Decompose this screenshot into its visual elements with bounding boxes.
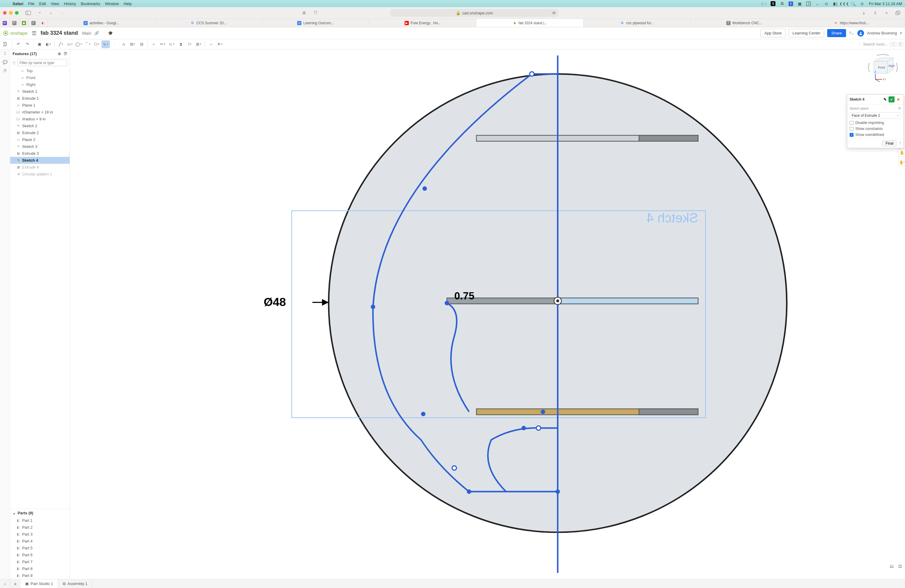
part-item[interactable]: ◧Part 7 [10,558,70,565]
user-menu-caret[interactable]: ▾ [900,31,902,35]
tracker-shield-icon[interactable]: ⛉ [311,9,320,16]
menu-help[interactable]: Help [124,2,132,6]
browser-tab[interactable]: GCCS Summer 20... [155,19,262,27]
use-project-tool[interactable]: ⧉ [129,40,137,48]
display-mode-icon[interactable]: 🗂 [889,563,894,569]
rollback-icon[interactable]: ⊕ [58,51,61,56]
tab-group-menu[interactable] [35,9,44,16]
confirm-button[interactable]: ✓ [889,96,894,102]
hide-show-tool[interactable]: ▣ [35,40,44,48]
undo-button[interactable]: ↶ [14,40,22,48]
status-icon[interactable]: K [789,2,793,6]
part-item[interactable]: ◧Part 3 [10,531,70,538]
status-icon[interactable]: ⟊⟋ [762,1,767,6]
address-bar[interactable]: 🔒 cad.onshape.com ⟳ [391,9,558,17]
browser-tab-active[interactable]: ◆fab 3324 stand |... [476,19,584,27]
link-icon[interactable]: 🔗 [94,31,99,35]
line-tool[interactable]: ╱ [57,40,65,48]
feature-item[interactable]: ▱Front [10,74,70,81]
menu-edit[interactable]: Edit [39,2,46,6]
window-close-button[interactable] [3,11,6,15]
window-maximize-button[interactable] [15,11,19,15]
polygon-tool[interactable]: ⬠ [92,40,101,48]
linear-dimension[interactable]: 0.75 [454,290,474,302]
offset-tool[interactable]: ⊂ [168,40,176,48]
wifi-icon[interactable]: ❨❨❨ [842,1,847,6]
mass-props-icon[interactable]: ⚖ [898,563,902,569]
part-item[interactable]: ◧Part 2 [10,524,70,531]
menu-file[interactable]: File [28,2,35,6]
part-item[interactable]: ◧Part 4 [10,538,70,545]
control-center-icon[interactable]: ⎚ [860,1,865,6]
cancel-button[interactable]: ✕ [895,96,901,102]
feature-item[interactable]: ✎Sketch 4 [10,157,70,164]
feature-item[interactable]: ▦Extrude 4 [10,164,70,171]
workspace-label[interactable]: Main [82,31,91,36]
feature-item[interactable]: ▦Extrude 2 [10,129,70,136]
comments-icon[interactable]: 💬 [3,60,8,64]
learning-center-button[interactable]: Learning Center [789,29,824,37]
section-view-tool[interactable]: ◐ [44,40,53,48]
construction-toggle[interactable]: ⊟ [137,40,146,48]
privacy-shield-icon[interactable]: ⛨ [300,9,308,16]
sketch-plane-value[interactable]: Face of Extrude 2 × [849,112,901,119]
sketch-dialog[interactable]: Sketch 4 ✎ ✓ ✕ Sketch plane ⟳ Face of Ex… [847,94,904,148]
diameter-dimension[interactable]: Ø48 [264,295,286,308]
pinned-tab[interactable]: ◆ [19,19,29,27]
show-overdefined-checkbox[interactable]: ✓Show overdefined [849,133,901,137]
feature-item[interactable]: (𝑥)#radius = 9 in [10,116,70,122]
app-store-button[interactable]: App Store [761,29,786,37]
pinned-tab[interactable]: ◐ [38,19,48,27]
doc-menu-button[interactable]: ☰ [30,30,38,37]
onshape-logo[interactable]: onshape [3,30,27,36]
part-item[interactable]: ◧Part 6 [10,551,70,558]
text-tool[interactable]: A [119,40,128,48]
help-icon[interactable]: ? [899,141,901,146]
calendar-icon[interactable]: 3 [806,2,811,6]
redo-button[interactable]: ↷ [23,40,32,48]
dimension-tool[interactable]: ↔ [207,40,215,48]
final-button[interactable]: Final [882,140,897,146]
add-tab-button[interactable]: ＋ [10,579,21,588]
circle-tool[interactable]: ◯ [75,40,83,48]
filter-icon[interactable]: ▽ [13,61,16,65]
pinned-tab[interactable]: P [10,19,19,27]
tab-assembly[interactable]: ⧉ Assembly 1 [58,579,92,588]
parts-header[interactable]: ⌄ Parts (9) [10,509,70,517]
feature-item[interactable]: ▱Top [10,67,70,74]
active-app-name[interactable]: Safari [13,2,23,6]
browser-tab[interactable]: TWorkbench CNC... [691,19,798,27]
document-title[interactable]: fab 3324 stand [41,30,78,36]
nav-back-button[interactable]: ‹ [47,9,55,16]
model-canvas[interactable]: Sketch 4 [70,49,905,579]
sidebar-toggle-button[interactable] [24,9,32,16]
stopwatch-icon[interactable]: ⏱ [64,51,67,56]
feature-item[interactable]: ▱Plane 1 [10,102,70,109]
history-icon[interactable]: ⟳ [898,106,901,110]
feature-item[interactable]: ✎Sketch 3 [10,143,70,150]
new-tab-button[interactable]: ＋ [882,9,891,16]
mirror-tool[interactable]: ⧗ [176,40,185,48]
menu-window[interactable]: Window [105,2,119,6]
part-item[interactable]: ◧Part 5 [10,545,70,551]
feature-item[interactable]: ▦Extrude 3 [10,150,70,157]
bluetooth-icon[interactable]: ⌵ [815,1,820,6]
play-icon[interactable]: ⊙ [824,1,829,6]
part-item[interactable]: ◧Part 8 [10,565,70,572]
status-icon[interactable]: 5 [771,1,775,6]
part-item[interactable]: ◧Part 9 [10,572,70,579]
image-tool[interactable]: ⊞ [195,40,203,48]
feature-item[interactable]: ⊛Circular pattern 1 [10,171,70,178]
pinned-tab[interactable]: W [0,19,10,27]
user-name[interactable]: Andrew Bruening [867,31,897,35]
downloads-button[interactable]: ⤓ [859,9,868,16]
share-button[interactable]: ⇪ [871,9,879,16]
feature-item[interactable]: ✎Sketch 1 [10,88,70,95]
menu-history[interactable]: History [64,2,76,6]
spline-tool[interactable]: ∿ [102,40,110,48]
part-item[interactable]: ◧Part 1 [10,517,70,524]
nav-forward-button[interactable]: › [58,9,67,16]
point-tool[interactable]: · [110,40,119,48]
constraint-tool[interactable]: ✕ [216,40,224,48]
share-button[interactable]: Share [827,29,846,37]
